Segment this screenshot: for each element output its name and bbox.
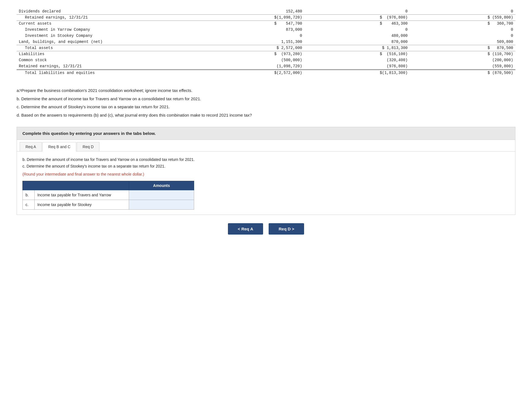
row-label: Investment in Stookey Company (17, 33, 199, 39)
tab-req-d[interactable]: Req D (77, 142, 99, 151)
row-col1: $ (973,280) (199, 51, 304, 57)
tabs-container: Req A Req B and C Req D b. Determine the… (17, 140, 515, 215)
table-row: Investment in Stookey Company 0 480,000 … (17, 33, 515, 39)
row-col1: 873,000 (199, 27, 304, 33)
row-col2: (976,800) (304, 63, 410, 70)
table-row: Current assets $ 547,700 $ 463,300 $ 360… (17, 21, 515, 27)
row-col2: $ (516,100) (304, 51, 410, 57)
row-col1: 1,151,300 (199, 39, 304, 45)
row-desc-c: Income tax payable for Stookey (34, 200, 129, 209)
tab-req-b-c-label: Req B and C (48, 145, 70, 149)
row-col2: 0 (304, 27, 410, 33)
next-button-label: Req D > (279, 227, 294, 231)
row-col1: $(1,098,720) (199, 15, 304, 21)
row-label: Retained earnings, 12/31/21 (17, 63, 199, 70)
answer-cell-b[interactable] (129, 190, 194, 200)
complete-banner: Complete this question by entering your … (17, 127, 515, 140)
row-col2: 480,000 (304, 33, 410, 39)
answer-cell-c[interactable] (129, 200, 194, 209)
question-c: c. Determine the amount of Stookey's inc… (17, 103, 515, 110)
row-col3: $ 360,700 (410, 21, 515, 27)
row-label: Total liabilities and equities (17, 70, 199, 76)
next-button[interactable]: Req D > (269, 223, 304, 235)
row-label-b: b. (23, 190, 35, 200)
row-col1: $ 2,572,000 (199, 45, 304, 51)
prev-button-label: < Req A (238, 227, 253, 231)
row-col2: 0 (304, 8, 410, 15)
questions-section: s a. Prepare the business combination's … (17, 87, 515, 119)
tabs-row: Req A Req B and C Req D (17, 140, 515, 151)
table-row: Dividends declared 152,480 0 0 (17, 8, 515, 15)
table-row: Investment in Yarrow Company 873,000 0 0 (17, 27, 515, 33)
row-label: Land, buildings, and equipment (net) (17, 39, 199, 45)
prev-button[interactable]: < Req A (228, 223, 263, 235)
row-col1: $ 547,700 (199, 21, 304, 27)
row-col3: (559,800) (410, 63, 515, 70)
side-label: s (19, 87, 21, 93)
row-col3: 0 (410, 33, 515, 39)
row-label: Retained earnings, 12/31/21 (17, 15, 199, 21)
table-row: Total assets $ 2,572,000 $ 1,813,300 $ 8… (17, 45, 515, 51)
tab-instructions: b. Determine the amount of income tax fo… (22, 156, 510, 170)
banner-text: Complete this question by entering your … (22, 131, 156, 136)
answer-input-b[interactable] (132, 192, 191, 198)
row-col2: $ 463,300 (304, 21, 410, 27)
row-col1: 152,480 (199, 8, 304, 15)
tab-req-a[interactable]: Req A (20, 142, 42, 151)
tab-req-b-c[interactable]: Req B and C (42, 142, 76, 151)
table-row: Retained earnings, 12/31/21 $(1,098,720)… (17, 15, 515, 21)
row-col2: (320,400) (304, 57, 410, 63)
row-col2: 870,000 (304, 39, 410, 45)
row-label: Dividends declared (17, 8, 199, 15)
row-col3: 509,800 (410, 39, 515, 45)
row-label: Liabilities (17, 51, 199, 57)
question-a: a. Prepare the business combination's 20… (17, 87, 515, 94)
row-col1: (500,000) (199, 57, 304, 63)
tab-req-d-label: Req D (83, 145, 94, 149)
row-col1: $(2,572,000) (199, 70, 304, 76)
tab-content: b. Determine the amount of income tax fo… (17, 151, 515, 215)
financial-table: Dividends declared 152,480 0 0 Retained … (17, 8, 515, 76)
empty-header (23, 181, 129, 190)
row-col3: $ (110,700) (410, 51, 515, 57)
answer-table: Amounts b. Income tax payable for Traver… (22, 181, 194, 210)
table-row: Retained earnings, 12/31/21 (1,098,720) … (17, 63, 515, 70)
row-col1: 0 (199, 33, 304, 39)
round-note: (Round your intermediate and final answe… (22, 172, 510, 176)
row-label: Total assets (17, 45, 199, 51)
row-label-c: c. (23, 200, 35, 209)
answer-row-b: b. Income tax payable for Travers and Ya… (23, 190, 194, 200)
table-row: Land, buildings, and equipment (net) 1,1… (17, 39, 515, 45)
question-b: b. Determine the amount of income tax fo… (17, 95, 515, 102)
amounts-header: Amounts (129, 181, 194, 190)
tab-req-a-label: Req A (25, 145, 36, 149)
answer-input-c[interactable] (132, 202, 191, 207)
row-col3: $ (870,500) (410, 70, 515, 76)
instruction-c: c. Determine the amount of Stookey's inc… (22, 163, 510, 170)
table-row: Total liabilities and equities $(2,572,0… (17, 70, 515, 76)
row-label: Common stock (17, 57, 199, 63)
table-row: Common stock (500,000) (320,400) (200,00… (17, 57, 515, 63)
row-col3: $ 870,500 (410, 45, 515, 51)
instruction-b: b. Determine the amount of income tax fo… (22, 156, 510, 163)
row-col2: $ 1,813,300 (304, 45, 410, 51)
nav-buttons: < Req A Req D > (17, 218, 515, 240)
answer-row-c: c. Income tax payable for Stookey (23, 200, 194, 209)
table-row: Liabilities $ (973,280) $ (516,100) $ (1… (17, 51, 515, 57)
row-col2: $ (976,800) (304, 15, 410, 21)
row-label: Investment in Yarrow Company (17, 27, 199, 33)
row-desc-b: Income tax payable for Travers and Yarro… (34, 190, 129, 200)
row-col1: (1,098,720) (199, 63, 304, 70)
row-col2: $(1,813,300) (304, 70, 410, 76)
row-col3: (200,000) (410, 57, 515, 63)
row-col3: 0 (410, 8, 515, 15)
row-col3: 0 (410, 27, 515, 33)
question-d: d. Based on the answers to requirements … (17, 112, 515, 119)
row-label: Current assets (17, 21, 199, 27)
row-col3: $ (559,800) (410, 15, 515, 21)
